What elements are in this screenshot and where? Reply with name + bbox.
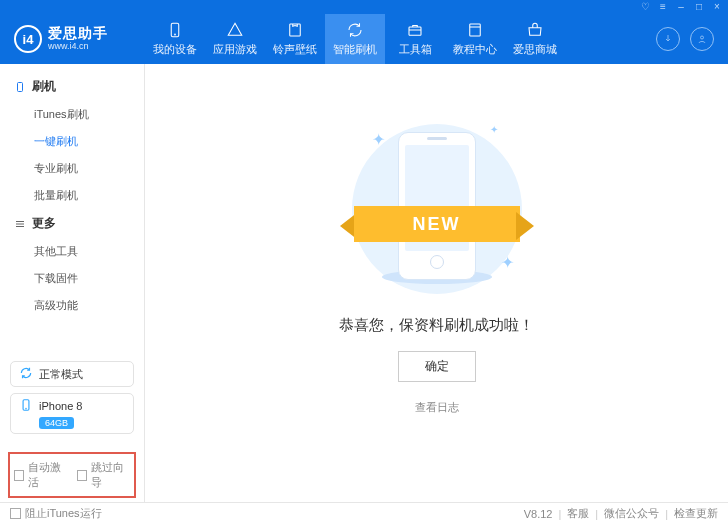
- sidebar-options-highlight: 自动激活 跳过向导: [8, 452, 136, 498]
- tab-label: 铃声壁纸: [273, 42, 317, 57]
- check-update-link[interactable]: 检查更新: [674, 506, 718, 521]
- sidebar-item[interactable]: 高级功能: [0, 292, 144, 319]
- sidebar-status: 正常模式 iPhone 8 64GB: [0, 353, 144, 448]
- support-link[interactable]: 客服: [567, 506, 589, 521]
- svg-rect-6: [18, 82, 23, 91]
- tab-label: 教程中心: [453, 42, 497, 57]
- svg-point-5: [701, 36, 704, 39]
- tab-ringtone[interactable]: 铃声壁纸: [265, 14, 325, 64]
- main-content: ✦ ✦ ✦ NEW 恭喜您，保资料刷机成功啦！ 确定 查看日志: [145, 64, 728, 502]
- device-name: iPhone 8: [39, 400, 82, 412]
- tab-store[interactable]: 爱思商城: [505, 14, 565, 64]
- app-url: www.i4.cn: [48, 42, 108, 52]
- sidebar-item[interactable]: 一键刷机: [0, 128, 144, 155]
- menu-icon[interactable]: ≡: [658, 2, 668, 12]
- tab-label: 应用游戏: [213, 42, 257, 57]
- tab-apps[interactable]: 应用游戏: [205, 14, 265, 64]
- tab-label: 智能刷机: [333, 42, 377, 57]
- device-badge: 64GB: [39, 417, 74, 429]
- footer: 阻止iTunes运行 V8.12 | 客服 | 微信公众号 | 检查更新: [0, 502, 728, 524]
- sidebar-item[interactable]: iTunes刷机: [0, 101, 144, 128]
- toolbox-icon: [406, 21, 424, 39]
- mode-pill[interactable]: 正常模式: [10, 361, 134, 387]
- tab-flash[interactable]: 智能刷机: [325, 14, 385, 64]
- sparkle-icon: ✦: [372, 130, 385, 149]
- device-small-icon: [19, 398, 33, 414]
- sidebar-section-more: 更多: [0, 209, 144, 238]
- sidebar-item[interactable]: 其他工具: [0, 238, 144, 265]
- new-ribbon: NEW: [336, 202, 538, 246]
- svg-rect-3: [409, 27, 421, 35]
- block-itunes-checkbox[interactable]: 阻止iTunes运行: [10, 506, 102, 521]
- menu-small-icon: [14, 218, 26, 230]
- svg-point-8: [26, 408, 27, 409]
- tab-label: 工具箱: [399, 42, 432, 57]
- tab-tutorial[interactable]: 教程中心: [445, 14, 505, 64]
- success-message: 恭喜您，保资料刷机成功啦！: [339, 316, 534, 335]
- tab-label: 我的设备: [153, 42, 197, 57]
- device-pill[interactable]: iPhone 8 64GB: [10, 393, 134, 434]
- sparkle-icon: ✦: [490, 124, 498, 135]
- cart-icon[interactable]: ♡: [640, 2, 650, 12]
- success-illustration: ✦ ✦ ✦ NEW: [342, 124, 532, 294]
- view-log-link[interactable]: 查看日志: [415, 400, 459, 415]
- maximize-icon[interactable]: □: [694, 2, 704, 12]
- note-icon: [286, 21, 304, 39]
- skip-guide-checkbox[interactable]: 跳过向导: [77, 460, 130, 490]
- mode-label: 正常模式: [39, 367, 83, 382]
- header: i4 爱思助手 www.i4.cn 我的设备应用游戏铃声壁纸智能刷机工具箱教程中…: [0, 14, 728, 64]
- sidebar-item[interactable]: 批量刷机: [0, 182, 144, 209]
- tab-label: 爱思商城: [513, 42, 557, 57]
- book-icon: [466, 21, 484, 39]
- version-label: V8.12: [524, 508, 553, 520]
- phone-small-icon: [14, 81, 26, 93]
- svg-rect-4: [470, 24, 481, 36]
- sidebar-item[interactable]: 下载固件: [0, 265, 144, 292]
- refresh-icon: [346, 21, 364, 39]
- sidebar-item[interactable]: 专业刷机: [0, 155, 144, 182]
- user-icon[interactable]: [690, 27, 714, 51]
- header-tabs: 我的设备应用游戏铃声壁纸智能刷机工具箱教程中心爱思商城: [145, 14, 565, 64]
- phone-icon: [166, 21, 184, 39]
- close-icon[interactable]: ×: [712, 2, 722, 12]
- ok-button[interactable]: 确定: [398, 351, 476, 382]
- app-name: 爱思助手: [48, 26, 108, 41]
- wechat-link[interactable]: 微信公众号: [604, 506, 659, 521]
- sidebar: 刷机 iTunes刷机一键刷机专业刷机批量刷机 更多 其他工具下载固件高级功能 …: [0, 64, 145, 502]
- minimize-icon[interactable]: –: [676, 2, 686, 12]
- sparkle-icon: ✦: [501, 253, 514, 272]
- sidebar-section-flash: 刷机: [0, 72, 144, 101]
- refresh-small-icon: [19, 366, 33, 382]
- logo: i4 爱思助手 www.i4.cn: [0, 14, 145, 64]
- tab-device[interactable]: 我的设备: [145, 14, 205, 64]
- tab-tools[interactable]: 工具箱: [385, 14, 445, 64]
- window-titlebar: ♡ ≡ – □ ×: [0, 0, 728, 14]
- logo-icon: i4: [14, 25, 42, 53]
- apps-icon: [226, 21, 244, 39]
- shop-icon: [526, 21, 544, 39]
- svg-point-1: [175, 34, 176, 35]
- auto-activate-checkbox[interactable]: 自动激活: [14, 460, 67, 490]
- download-icon[interactable]: [656, 27, 680, 51]
